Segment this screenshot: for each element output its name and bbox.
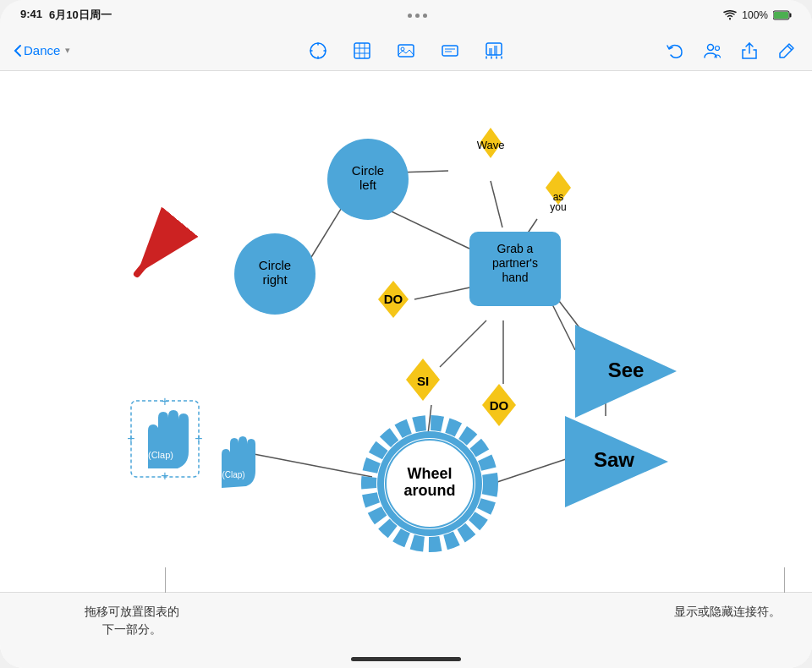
svg-text:hand: hand xyxy=(502,271,528,284)
svg-rect-5 xyxy=(354,43,370,58)
svg-text:Wheel: Wheel xyxy=(407,465,452,482)
svg-text:(Clap): (Clap) xyxy=(222,470,244,479)
svg-line-21 xyxy=(381,206,469,249)
svg-text:+: + xyxy=(161,394,168,408)
svg-line-30 xyxy=(492,458,568,484)
svg-text:Circle: Circle xyxy=(352,163,384,178)
svg-rect-17 xyxy=(494,46,497,55)
edit-icon xyxy=(777,41,796,60)
annotation-left-text: 拖移可放置图表的下一部分。 xyxy=(85,605,179,636)
toolbar-right xyxy=(663,39,798,63)
svg-text:+: + xyxy=(195,431,202,446)
home-bar xyxy=(351,657,461,661)
status-bar-left: 9:41 6月10日周一 xyxy=(20,8,112,23)
canvas[interactable]: Circle left Wave as you Grab a partner's… xyxy=(0,71,812,668)
toolbar-center xyxy=(149,39,663,63)
media-button[interactable] xyxy=(394,39,418,63)
svg-rect-12 xyxy=(442,46,458,56)
svg-text:+: + xyxy=(127,431,134,446)
table-button[interactable] xyxy=(350,39,374,63)
undo-button[interactable] xyxy=(663,39,687,63)
clap2-node[interactable]: (Clap) xyxy=(222,436,255,488)
svg-rect-16 xyxy=(489,48,492,55)
status-bar-right: 100% xyxy=(723,9,792,21)
diagram-svg: Circle left Wave as you Grab a partner's… xyxy=(0,71,812,668)
svg-text:Grab a: Grab a xyxy=(497,242,534,255)
svg-text:right: right xyxy=(262,272,288,287)
battery-icon xyxy=(773,10,792,20)
time: 9:41 xyxy=(20,8,42,23)
svg-rect-3 xyxy=(774,12,788,19)
annotation-right-text: 显示或隐藏连接符。 xyxy=(674,605,781,618)
people-icon xyxy=(703,41,721,60)
svg-text:SI: SI xyxy=(417,374,429,388)
outline-icon xyxy=(309,41,327,60)
svg-line-22 xyxy=(491,181,502,227)
svg-rect-2 xyxy=(790,14,792,18)
svg-point-19 xyxy=(716,46,720,50)
chart-icon xyxy=(485,41,503,60)
annotation-area: 拖移可放置图表的下一部分。 显示或隐藏连接符。 xyxy=(0,592,812,668)
svg-text:DO: DO xyxy=(384,292,403,306)
svg-line-33 xyxy=(250,453,372,477)
wheel-around-node[interactable]: Wheel around xyxy=(369,423,491,545)
ipad-frame: 9:41 6月10日周一 100% xyxy=(0,0,812,668)
svg-text:Wave: Wave xyxy=(477,139,505,151)
svg-line-35 xyxy=(137,227,176,274)
svg-point-0 xyxy=(729,19,731,20)
title-chevron-icon[interactable]: ▾ xyxy=(65,45,70,56)
status-bar: 9:41 6月10日周一 100% xyxy=(0,0,812,30)
media-icon xyxy=(397,41,415,60)
toolbar: Dance ▾ xyxy=(0,30,812,71)
svg-text:(Clap): (Clap) xyxy=(148,450,173,460)
status-dot-2 xyxy=(415,14,420,18)
undo-icon xyxy=(666,41,684,60)
battery-level: 100% xyxy=(742,9,768,21)
back-chevron-icon xyxy=(14,44,22,57)
svg-text:you: you xyxy=(550,201,566,213)
svg-text:See: See xyxy=(608,359,645,381)
textbox-icon xyxy=(441,41,459,60)
clap1-node[interactable]: + + + + + (Clap) xyxy=(127,394,202,483)
annotation-left: 拖移可放置图表的下一部分。 xyxy=(85,603,179,638)
svg-text:around: around xyxy=(404,482,456,499)
annotation-line-right xyxy=(784,567,785,593)
svg-text:Circle: Circle xyxy=(259,258,291,272)
table-icon xyxy=(353,41,371,60)
annotation-line-left xyxy=(165,567,166,593)
svg-text:left: left xyxy=(359,178,377,192)
svg-text:partner's: partner's xyxy=(492,256,538,270)
back-label: Dance xyxy=(24,43,60,57)
annotation-right: 显示或隐藏连接符。 xyxy=(643,603,812,621)
chart-button[interactable] xyxy=(482,39,506,63)
status-dot-1 xyxy=(408,14,412,18)
share-button[interactable] xyxy=(738,39,761,63)
svg-text:Saw: Saw xyxy=(594,448,634,471)
date: 6月10日周一 xyxy=(49,8,112,23)
back-button[interactable]: Dance xyxy=(14,43,60,57)
svg-line-24 xyxy=(414,287,474,299)
svg-line-26 xyxy=(440,320,486,367)
share-icon xyxy=(740,41,759,60)
svg-rect-10 xyxy=(398,45,414,57)
status-center xyxy=(408,14,427,18)
svg-line-32 xyxy=(309,202,345,261)
outline-button[interactable] xyxy=(306,39,330,63)
wifi-icon xyxy=(723,10,737,20)
svg-text:DO: DO xyxy=(490,398,509,413)
people-button[interactable] xyxy=(700,39,724,63)
svg-point-18 xyxy=(708,44,714,50)
textbox-button[interactable] xyxy=(438,39,462,63)
toolbar-left: Dance ▾ xyxy=(14,43,149,57)
status-dot-3 xyxy=(423,14,427,18)
svg-text:+: + xyxy=(161,468,168,483)
edit-button[interactable] xyxy=(775,39,798,63)
